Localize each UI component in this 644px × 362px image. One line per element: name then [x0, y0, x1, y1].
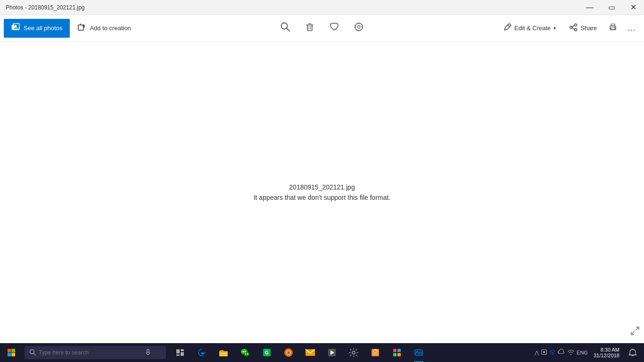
error-filename: 20180915_202121.jpg [289, 183, 355, 191]
add-creation-icon [77, 23, 86, 33]
add-to-creation-button[interactable]: Add to creation [70, 19, 138, 38]
taskbar-settings[interactable] [343, 343, 364, 362]
notification-button[interactable] [625, 343, 640, 362]
svg-point-54 [288, 352, 290, 354]
svg-rect-34 [12, 353, 16, 357]
error-message: It appears that we don't support this fi… [254, 194, 391, 201]
window-title: Photos - 20180915_202121.jpg [6, 4, 579, 11]
taskbar-media-player[interactable] [322, 343, 342, 362]
taskbar-news[interactable] [387, 343, 407, 362]
svg-rect-33 [8, 353, 11, 357]
taskbar-system-tray: ⋀ [531, 343, 644, 362]
clock-date: 31/12/2018 [594, 353, 619, 358]
svg-point-28 [614, 27, 615, 28]
taskbar-email[interactable] [300, 343, 321, 362]
svg-rect-61 [393, 349, 396, 352]
taskbar-search-input[interactable] [39, 349, 142, 356]
svg-rect-64 [397, 353, 401, 356]
zoom-button[interactable] [275, 18, 296, 39]
print-icon [608, 22, 618, 34]
svg-line-9 [287, 28, 289, 31]
start-button[interactable] [0, 343, 23, 362]
see-all-photos-button[interactable]: See all photos [4, 19, 70, 38]
svg-point-2 [14, 25, 15, 26]
taskbar-photos[interactable] [408, 343, 429, 362]
more-options-button[interactable]: … [623, 20, 640, 37]
svg-line-21 [508, 25, 510, 27]
enhance-icon [354, 22, 364, 34]
taskbar-clock[interactable]: 8:30 AM 31/12/2018 [590, 343, 623, 362]
svg-point-15 [355, 23, 363, 31]
clock-time: 8:30 AM [601, 347, 619, 353]
add-to-creation-label: Add to creation [90, 25, 131, 32]
toolbar: See all photos Add to creation [0, 15, 644, 41]
title-bar: Photos - 20180915_202121.jpg — ▭ ✕ [0, 0, 644, 15]
tray-cloud-icon[interactable] [558, 349, 565, 357]
svg-point-23 [575, 29, 577, 31]
toolbar-center-icons [275, 18, 369, 39]
taskbar-edge[interactable] [191, 343, 212, 362]
svg-point-24 [570, 26, 572, 29]
svg-rect-27 [611, 28, 615, 30]
svg-rect-62 [397, 349, 401, 352]
share-button[interactable]: Share [563, 19, 603, 38]
svg-rect-63 [393, 353, 396, 356]
share-icon [569, 23, 578, 33]
svg-point-45 [244, 352, 249, 356]
svg-point-47 [245, 351, 246, 353]
tray-expand-icon[interactable]: ⋀ [535, 350, 539, 356]
more-icon: … [627, 23, 636, 33]
svg-line-36 [34, 353, 36, 355]
svg-point-70 [570, 354, 571, 355]
taskbar-store[interactable] [365, 343, 386, 362]
delete-button[interactable] [299, 18, 320, 39]
svg-rect-39 [176, 349, 180, 354]
share-label: Share [580, 25, 597, 32]
svg-rect-37 [147, 349, 149, 353]
fullscreen-button[interactable] [630, 326, 640, 339]
photos-icon [11, 23, 20, 33]
svg-rect-41 [181, 352, 184, 356]
taskbar-task-view[interactable] [170, 343, 190, 362]
taskbar-firefox[interactable] [278, 343, 299, 362]
minimize-button[interactable]: — [579, 0, 601, 15]
taskbar-file-explorer[interactable] [213, 343, 234, 362]
edit-create-icon [503, 23, 512, 33]
mic-icon [145, 349, 151, 357]
taskbar-wechat[interactable] [235, 343, 256, 362]
svg-rect-42 [176, 354, 180, 356]
svg-line-29 [636, 327, 639, 330]
see-all-photos-label: See all photos [24, 25, 62, 32]
svg-text:G: G [265, 350, 269, 355]
edit-create-label: Edit & Create [514, 25, 551, 32]
taskbar-green-app[interactable]: G [256, 343, 277, 362]
taskbar: G [0, 343, 644, 362]
svg-rect-60 [372, 352, 378, 355]
close-button[interactable]: ✕ [622, 0, 644, 15]
edit-create-chevron-icon: ▾ [553, 25, 556, 31]
tray-sync-icon[interactable] [549, 349, 556, 357]
favorite-button[interactable] [324, 18, 345, 39]
main-content: 20180915_202121.jpg It appears that we d… [0, 41, 644, 343]
tray-security-icon[interactable] [541, 349, 547, 357]
svg-rect-31 [8, 349, 11, 353]
window-controls: — ▭ ✕ [579, 0, 644, 15]
svg-point-69 [543, 351, 545, 353]
trash-icon [305, 22, 315, 34]
taskbar-search-bar[interactable] [25, 346, 166, 359]
svg-point-58 [352, 351, 355, 354]
tray-wifi-icon[interactable] [567, 349, 575, 357]
tray-language[interactable]: ENG [577, 350, 588, 355]
taskbar-apps: G [170, 343, 531, 362]
enhance-button[interactable] [348, 18, 369, 39]
svg-point-46 [243, 351, 244, 353]
maximize-button[interactable]: ▭ [601, 0, 622, 15]
toolbar-right: Edit & Create ▾ Share [497, 19, 640, 38]
svg-line-30 [631, 332, 634, 335]
svg-point-22 [575, 24, 577, 26]
svg-point-49 [247, 354, 248, 354]
heart-icon [329, 22, 339, 34]
zoom-icon [280, 22, 290, 34]
print-button[interactable] [604, 20, 621, 37]
edit-create-button[interactable]: Edit & Create ▾ [497, 19, 561, 38]
